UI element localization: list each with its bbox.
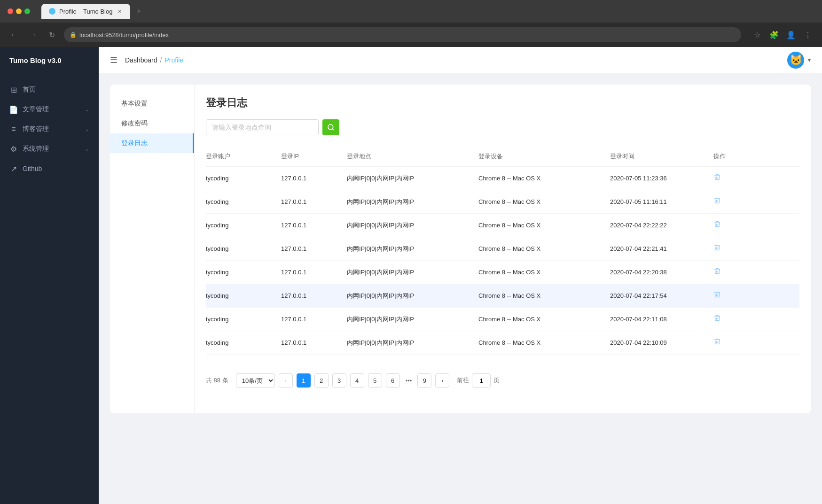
cell-time: 2020-07-04 22:11:08	[610, 316, 713, 323]
cell-location: 内网IP|0|0|内网IP|内网IP	[347, 292, 478, 300]
active-tab[interactable]: Profile – Tumo Blog ✕	[41, 4, 130, 19]
cell-action	[713, 314, 751, 324]
hamburger-icon[interactable]: ☰	[110, 55, 117, 65]
page-button-4[interactable]: 4	[350, 373, 364, 388]
goto-input[interactable]	[472, 373, 491, 388]
cell-account: tycoding	[206, 222, 281, 229]
minimize-button[interactable]	[16, 8, 22, 14]
topbar: ☰ Dashboard / Profile 🐱 ▾	[99, 47, 822, 73]
header-ip: 登录IP	[281, 152, 347, 161]
sidebar-item-articles[interactable]: 📄 文章管理 ⌄	[0, 100, 99, 119]
page-ellipsis: •••	[404, 377, 414, 384]
cell-location: 内网IP|0|0|内网IP|内网IP	[347, 174, 478, 183]
delete-button[interactable]	[713, 220, 721, 230]
tab-bar: Profile – Tumo Blog ✕ +	[41, 4, 145, 19]
sidebar-item-blog[interactable]: ≡ 博客管理 ⌄	[0, 119, 99, 139]
cell-ip: 127.0.0.1	[281, 198, 347, 205]
blog-arrow-icon: ⌄	[85, 126, 89, 132]
cell-time: 2020-07-05 11:16:11	[610, 198, 713, 205]
new-tab-button[interactable]: +	[132, 5, 145, 18]
cell-action	[713, 173, 751, 183]
submenu-item-basic[interactable]: 基本设置	[110, 94, 194, 114]
back-button[interactable]: ←	[8, 28, 21, 41]
delete-button[interactable]	[713, 267, 721, 277]
header-location: 登录地点	[347, 152, 478, 161]
delete-button[interactable]	[713, 244, 721, 253]
page-button-2[interactable]: 2	[314, 373, 329, 388]
delete-button[interactable]	[713, 291, 721, 300]
delete-button[interactable]	[713, 338, 721, 347]
avatar-dropdown-icon[interactable]: ▾	[808, 57, 811, 63]
tab-close-button[interactable]: ✕	[116, 8, 123, 15]
sidebar-item-label-github: Github	[23, 165, 89, 172]
avatar[interactable]: 🐱	[787, 52, 804, 69]
cell-device: Chrome 8 -- Mac OS X	[478, 316, 610, 323]
browser-addressbar: ← → ↻ 🔒 localhost:9528/tumo/profile/inde…	[0, 23, 822, 47]
sidebar-nav: ⊞ 首页 📄 文章管理 ⌄ ≡ 博客管理 ⌄ ⚙ 系统管理 ⌄	[0, 74, 99, 504]
table-row: tycoding 127.0.0.1 内网IP|0|0|内网IP|内网IP Ch…	[206, 308, 799, 331]
address-bar[interactable]: 🔒 localhost:9528/tumo/profile/index	[64, 27, 741, 42]
pagination: 共 88 条 10条/页 20条/页 50条/页 ‹ 1 2 3 4 5 6	[206, 366, 799, 388]
cell-account: tycoding	[206, 316, 281, 323]
tab-title: Profile – Tumo Blog	[59, 8, 112, 15]
page-button-9[interactable]: 9	[417, 373, 431, 388]
svg-point-0	[328, 124, 333, 130]
page-button-3[interactable]: 3	[332, 373, 346, 388]
maximize-button[interactable]	[24, 8, 30, 14]
total-count: 共 88 条	[206, 376, 228, 385]
bookmark-button[interactable]: ☆	[751, 28, 764, 41]
avatar-image: 🐱	[790, 54, 802, 66]
table-row: tycoding 127.0.0.1 内网IP|0|0|内网IP|内网IP Ch…	[206, 214, 799, 237]
search-input[interactable]	[206, 119, 319, 135]
page-button-5[interactable]: 5	[368, 373, 382, 388]
header-device: 登录设备	[478, 152, 610, 161]
submenu-item-logs[interactable]: 登录日志	[110, 133, 194, 153]
page-button-6[interactable]: 6	[386, 373, 400, 388]
delete-button[interactable]	[713, 173, 721, 183]
goto-label: 前往	[457, 376, 469, 385]
cell-account: tycoding	[206, 292, 281, 299]
articles-arrow-icon: ⌄	[85, 106, 89, 113]
goto-page-label: 页	[493, 376, 500, 385]
submenu-item-password[interactable]: 修改密码	[110, 114, 194, 133]
table-row: tycoding 127.0.0.1 内网IP|0|0|内网IP|内网IP Ch…	[206, 167, 799, 190]
cell-device: Chrome 8 -- Mac OS X	[478, 222, 610, 229]
breadcrumb-home[interactable]: Dashboard	[125, 56, 157, 64]
main-content: ☰ Dashboard / Profile 🐱 ▾ 基本设置 修改	[99, 47, 822, 504]
sidebar-item-system[interactable]: ⚙ 系统管理 ⌄	[0, 139, 99, 159]
extensions-button[interactable]: 🧩	[767, 28, 781, 41]
page-size-select[interactable]: 10条/页 20条/页 50条/页	[236, 373, 275, 388]
cell-location: 内网IP|0|0|内网IP|内网IP	[347, 339, 478, 347]
app-layout: Tumo Blog v3.0 ⊞ 首页 📄 文章管理 ⌄ ≡ 博客管理 ⌄ ⚙	[0, 47, 822, 504]
cell-location: 内网IP|0|0|内网IP|内网IP	[347, 221, 478, 230]
close-button[interactable]	[8, 8, 13, 14]
cell-device: Chrome 8 -- Mac OS X	[478, 175, 610, 182]
sidebar-item-github[interactable]: ↗ Github	[0, 159, 99, 178]
cell-account: tycoding	[206, 339, 281, 346]
profile-button[interactable]: 👤	[784, 28, 798, 41]
menu-button[interactable]: ⋮	[801, 28, 814, 41]
cell-device: Chrome 8 -- Mac OS X	[478, 292, 610, 299]
table-row: tycoding 127.0.0.1 内网IP|0|0|内网IP|内网IP Ch…	[206, 331, 799, 355]
page-title: 登录日志	[206, 96, 799, 110]
reload-button[interactable]: ↻	[45, 28, 58, 41]
sidebar-item-home[interactable]: ⊞ 首页	[0, 80, 99, 100]
breadcrumb: Dashboard / Profile	[125, 56, 183, 64]
delete-button[interactable]	[713, 314, 721, 324]
delete-button[interactable]	[713, 197, 721, 206]
cell-time: 2020-07-04 22:20:38	[610, 269, 713, 276]
topbar-left: ☰ Dashboard / Profile	[110, 55, 183, 65]
page-button-1[interactable]: 1	[297, 373, 311, 388]
next-page-button[interactable]: ›	[435, 373, 449, 388]
cell-action	[713, 197, 751, 207]
table-rows: tycoding 127.0.0.1 内网IP|0|0|内网IP|内网IP Ch…	[206, 167, 799, 355]
svg-line-1	[332, 129, 334, 130]
prev-page-button[interactable]: ‹	[279, 373, 293, 388]
cell-action	[713, 267, 751, 277]
header-action: 操作	[713, 152, 751, 161]
browser-titlebar: Profile – Tumo Blog ✕ +	[0, 0, 822, 23]
logs-content-area: 登录日志 登录账户 登录IP	[195, 85, 811, 413]
forward-button[interactable]: →	[26, 28, 39, 41]
search-button[interactable]	[322, 119, 339, 135]
cell-ip: 127.0.0.1	[281, 316, 347, 323]
